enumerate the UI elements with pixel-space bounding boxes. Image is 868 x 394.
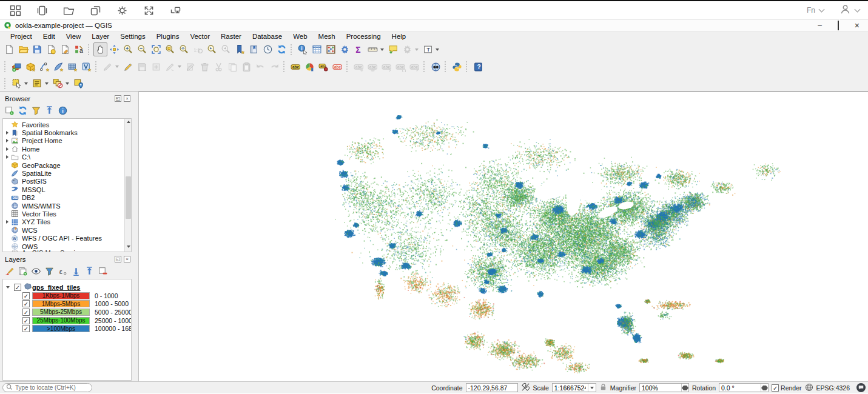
coordinate-input[interactable]	[466, 383, 518, 392]
data-source-manager-button[interactable]	[10, 60, 24, 74]
expander-icon[interactable]	[4, 147, 10, 151]
magnifier-down-icon[interactable]	[682, 388, 688, 392]
text-annotation-dropdown-icon[interactable]	[436, 48, 439, 51]
browser-float-button[interactable]: ◱	[115, 95, 121, 102]
new-spatialite-layer-button[interactable]	[52, 60, 66, 74]
menu-raster[interactable]: Raster	[215, 33, 247, 40]
menu-web[interactable]: Web	[288, 33, 312, 40]
open-layer-styling-button[interactable]	[3, 265, 15, 278]
menu-database[interactable]: Database	[247, 33, 288, 40]
expander-icon[interactable]	[4, 139, 10, 142]
metasearch-button[interactable]	[429, 60, 443, 74]
pin-labels-button[interactable]: ab	[317, 60, 331, 74]
minimize-button[interactable]: –	[818, 22, 822, 28]
processing-toolbox-button[interactable]	[338, 42, 352, 56]
zoom-in-button[interactable]	[121, 42, 135, 56]
menu-layer[interactable]: Layer	[86, 33, 115, 40]
menu-vector[interactable]: Vector	[184, 33, 215, 40]
new-virtual-layer-button[interactable]	[79, 60, 93, 74]
zoom-to-layer-button[interactable]	[177, 42, 191, 56]
map-canvas[interactable]	[139, 92, 868, 381]
layers-float-button[interactable]: ◱	[115, 256, 121, 262]
lock-scale-icon[interactable]	[599, 383, 607, 392]
fn-dropdown[interactable]: Fn	[807, 6, 824, 15]
file-manager-icon[interactable]	[62, 4, 75, 17]
zoom-out-button[interactable]	[135, 42, 149, 56]
identify-features-button[interactable]: i	[296, 42, 310, 56]
menu-help[interactable]: Help	[386, 33, 412, 40]
legend-class-checkbox[interactable]: ✓	[22, 300, 30, 307]
pan-map-button[interactable]	[93, 42, 107, 56]
user-dropdown[interactable]	[839, 4, 860, 17]
browser-item-spatial-bookmarks[interactable]: Spatial Bookmarks	[4, 129, 131, 136]
browser-item-vector-tiles[interactable]: Vector Tiles	[4, 210, 131, 218]
collapse-all-button[interactable]	[43, 105, 55, 117]
scale-input[interactable]	[553, 384, 588, 392]
browser-item-c[interactable]: C:\	[4, 153, 131, 161]
add-selected-layer-button[interactable]	[3, 105, 15, 117]
legend-class-checkbox[interactable]: ✓	[22, 309, 30, 316]
deselect-features-button[interactable]	[51, 76, 65, 90]
menu-processing[interactable]: Processing	[341, 33, 386, 40]
layer-labeling-button[interactable]: abc	[289, 60, 303, 74]
add-group-button[interactable]	[16, 265, 29, 278]
menu-settings[interactable]: Settings	[115, 33, 151, 40]
coordinate-extent-toggle-icon[interactable]	[521, 382, 530, 393]
menu-project[interactable]: Project	[5, 33, 38, 40]
text-annotation-button[interactable]: T	[421, 42, 435, 56]
browser-item-home[interactable]: Home	[4, 145, 131, 153]
browser-properties-button[interactable]: i	[56, 105, 69, 117]
browser-item-arcgis-map-service[interactable]: ArcGIS Map Service	[4, 250, 131, 252]
filter-by-expression-button[interactable]: ε	[56, 265, 69, 278]
help-contents-button[interactable]: ?	[471, 60, 485, 74]
messages-button[interactable]	[856, 383, 866, 392]
browser-scrollbar[interactable]	[124, 119, 131, 252]
browser-item-mssql[interactable]: MSSQL	[4, 185, 131, 193]
zoom-full-button[interactable]	[149, 42, 163, 56]
clone-window-icon[interactable]	[89, 4, 102, 17]
expander-icon[interactable]	[4, 131, 10, 135]
remove-layer-button[interactable]	[96, 265, 109, 278]
temporal-controller-button[interactable]	[261, 42, 275, 56]
statistical-summary-button[interactable]	[324, 42, 338, 56]
layers-close-button[interactable]: ×	[124, 256, 130, 262]
scale-dropdown-icon[interactable]	[588, 384, 596, 392]
select-features-by-value-dropdown-icon[interactable]	[45, 82, 49, 85]
browser-item-geopackage[interactable]: GeoPackage	[4, 161, 131, 169]
new-shapefile-layer-button[interactable]	[38, 60, 52, 74]
magnifier-input[interactable]	[640, 384, 681, 392]
browser-item-ows[interactable]: OWS	[4, 242, 131, 250]
menu-edit[interactable]: Edit	[38, 33, 61, 40]
os-settings-icon[interactable]	[115, 4, 129, 17]
open-attribute-table-button[interactable]	[310, 42, 324, 56]
rotation-down-icon[interactable]	[761, 388, 768, 392]
scroll-thumb[interactable]	[126, 176, 131, 219]
select-features-by-value-button[interactable]	[30, 76, 44, 90]
annotation-tool-dropdown-icon[interactable]	[415, 48, 419, 51]
browser-item-spatialite[interactable]: SpatiaLite	[4, 169, 131, 177]
browser-item-wcs[interactable]: WCS	[4, 226, 131, 234]
expand-all-layers-button[interactable]	[70, 265, 82, 278]
browser-close-button[interactable]: ×	[124, 95, 130, 102]
browser-item-wfs-ogc-api-features[interactable]: WWFS / OGC API - Features	[4, 234, 131, 242]
collapse-all-layers-button[interactable]	[83, 265, 95, 278]
advanced-digitizing-dropdown-icon[interactable]	[178, 65, 181, 68]
layer-row[interactable]: ✓gps_fixed_tiles	[4, 282, 131, 292]
refresh-map-button[interactable]	[275, 42, 289, 56]
new-geopackage-layer-button[interactable]	[24, 60, 38, 74]
menu-plugins[interactable]: Plugins	[151, 33, 185, 40]
refresh-browser-button[interactable]	[16, 105, 29, 117]
measure-line-dropdown-icon[interactable]	[380, 48, 384, 51]
fullscreen-icon[interactable]	[142, 4, 155, 17]
browser-item-project-home[interactable]: Project Home	[4, 137, 131, 145]
highlight-pinned-labels-button[interactable]: abc	[331, 60, 345, 74]
menu-view[interactable]: View	[61, 33, 87, 40]
close-button[interactable]: ×	[855, 22, 860, 28]
select-by-location-button[interactable]	[72, 76, 86, 90]
show-bookmarks-button[interactable]	[247, 42, 261, 56]
zoom-last-button[interactable]	[205, 42, 219, 56]
menu-mesh[interactable]: Mesh	[313, 33, 341, 40]
dock-splitter[interactable]	[133, 92, 138, 381]
toggle-editing-button[interactable]	[121, 60, 135, 74]
legend-class-checkbox[interactable]: ✓	[22, 325, 30, 332]
